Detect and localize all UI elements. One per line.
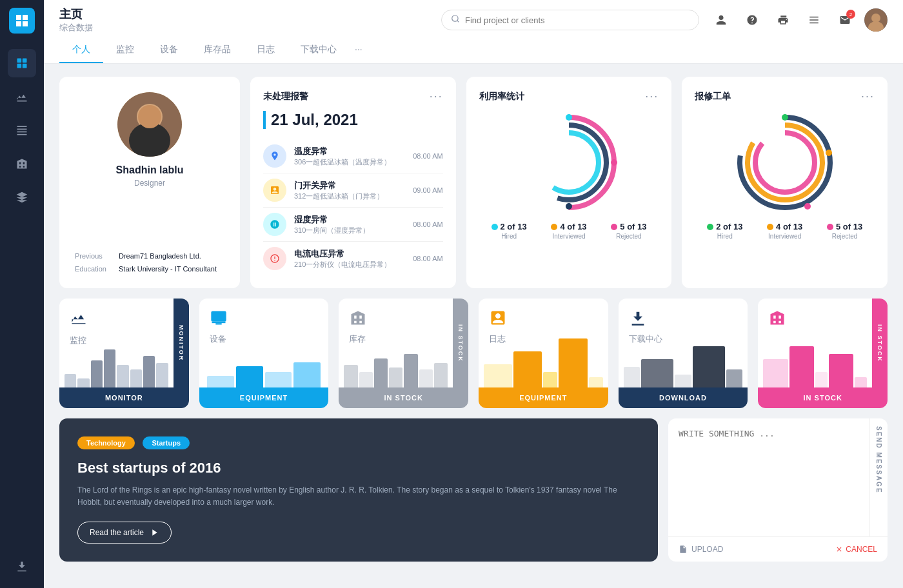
alert-list: 温度异常 306一超低温冰箱（温度异常） 08.00 AM 门开关异常 312一… xyxy=(263,139,443,275)
message-actions: UPLOAD CANCEL xyxy=(668,536,888,562)
log-icon xyxy=(489,309,507,329)
mini-card-instock2[interactable]: IN STOCK IN STOCK xyxy=(758,299,888,408)
tag-startups: Startups xyxy=(143,436,190,449)
repair-menu[interactable]: ··· xyxy=(861,90,875,103)
monitor-icon xyxy=(70,309,88,331)
search-bar[interactable] xyxy=(441,10,699,30)
svg-rect-6 xyxy=(17,129,27,130)
repair-legend-hired: 2 of 13 Hired xyxy=(707,222,742,240)
rejected-label: Rejected xyxy=(616,233,641,240)
svg-rect-36 xyxy=(215,323,221,324)
equipment-label: 设备 xyxy=(210,333,226,345)
sidebar-item-dashboard[interactable] xyxy=(8,49,36,77)
alert-item: 门开关异常 312一超低温冰箱（门异常） 09.00 AM xyxy=(263,173,443,208)
tab-equipment[interactable]: 设备 xyxy=(147,37,191,63)
svg-rect-8 xyxy=(17,134,27,135)
app-logo[interactable] xyxy=(9,8,35,34)
repair-interviewed-dot xyxy=(767,224,773,230)
mini-card-download[interactable]: 下载中心 DOWNLOAD xyxy=(619,299,748,408)
upload-button[interactable]: UPLOAD xyxy=(679,545,723,554)
search-input[interactable] xyxy=(465,15,690,25)
svg-rect-2 xyxy=(17,64,22,68)
message-input-area[interactable] xyxy=(668,418,869,536)
tab-monitor[interactable]: 监控 xyxy=(103,37,147,63)
sidebar-item-building[interactable] xyxy=(8,150,36,178)
svg-rect-4 xyxy=(17,101,27,102)
svg-rect-1 xyxy=(23,59,27,63)
download-footer: DOWNLOAD xyxy=(619,387,748,408)
help-icon-btn[interactable] xyxy=(740,8,764,32)
article-tags: Technology Startups xyxy=(77,436,640,460)
nav-tabs: 个人 监控 设备 库存品 日志 下载中心 ··· xyxy=(59,37,888,63)
utilization-menu[interactable]: ··· xyxy=(645,90,659,103)
utilization-chart xyxy=(479,111,659,214)
mini-card-monitor[interactable]: MONITOR 监控 MONITOR xyxy=(59,299,189,408)
sidebar-item-analytics[interactable] xyxy=(8,83,36,111)
instock-footer: IN STOCK xyxy=(339,387,468,408)
profile-avatar xyxy=(117,92,182,157)
profile-card: Shadhin lablu Designer Previous Dream71 … xyxy=(59,77,240,288)
alerts-card: 未处理报警 ··· 21 Jul, 2021 温度异常 306一超低温冰箱（温度… xyxy=(250,77,456,288)
hired-label: Hired xyxy=(501,233,517,240)
monitor-footer: MONITOR xyxy=(59,387,189,408)
user-avatar[interactable] xyxy=(864,8,888,32)
sidebar-item-list[interactable] xyxy=(8,116,36,144)
svg-point-22 xyxy=(531,125,606,200)
print-icon-btn[interactable] xyxy=(771,8,795,32)
tab-log[interactable]: 日志 xyxy=(244,37,288,63)
education-label: Education xyxy=(75,265,114,273)
legend-interviewed: 4 of 13 Interviewed xyxy=(551,222,586,240)
education-value: Stark University - IT Consultant xyxy=(119,265,217,273)
svg-line-10 xyxy=(457,21,459,23)
interviewed-label: Interviewed xyxy=(552,233,585,240)
svg-point-25 xyxy=(611,159,617,166)
list-icon-btn[interactable] xyxy=(802,8,826,32)
utilization-legend: 2 of 13 Hired 4 of 13 Interviewed xyxy=(479,222,659,240)
tab-personal[interactable]: 个人 xyxy=(59,37,103,63)
hired-count: 2 of 13 xyxy=(501,222,527,231)
read-article-button[interactable]: Read the article xyxy=(77,522,172,544)
log-footer: EQUIPMENT xyxy=(479,387,608,408)
svg-rect-7 xyxy=(17,132,27,133)
mini-card-equipment[interactable]: 设备 EQUIPMENT xyxy=(199,299,329,408)
mini-card-instock[interactable]: IN STOCK 库存 IN STOCK xyxy=(339,299,468,408)
tab-more[interactable]: ··· xyxy=(350,37,368,63)
svg-rect-35 xyxy=(212,322,225,323)
cancel-label: CANCEL xyxy=(846,545,877,554)
repair-legend-interviewed: 4 of 13 Interviewed xyxy=(767,222,802,240)
mini-card-log[interactable]: 日志 EQUIPMENT xyxy=(479,299,608,408)
alert-icon-3 xyxy=(263,247,286,270)
previous-value: Dream71 Bangladesh Ltd. xyxy=(119,252,201,260)
mail-icon-btn[interactable]: 2 xyxy=(833,8,857,32)
rejected-dot xyxy=(611,224,617,230)
svg-point-28 xyxy=(748,125,822,200)
tab-download[interactable]: 下载中心 xyxy=(288,37,350,63)
utilization-card: 利用率统计 ··· xyxy=(466,77,672,288)
alert-name-1: 门开关异常 xyxy=(294,180,405,191)
repair-legend-rejected: 5 of 13 Rejected xyxy=(827,222,862,240)
alerts-menu[interactable]: ··· xyxy=(430,90,443,103)
instock2-icon xyxy=(768,309,786,329)
sidebar-item-download[interactable] xyxy=(8,552,36,580)
tab-inventory[interactable]: 库存品 xyxy=(191,37,244,63)
svg-point-30 xyxy=(782,114,788,121)
repair-rejected-label: Rejected xyxy=(832,233,857,240)
legend-rejected: 5 of 13 Rejected xyxy=(611,222,646,240)
user-icon-btn[interactable] xyxy=(710,8,733,32)
alert-desc-1: 312一超低温冰箱（门异常） xyxy=(294,191,405,201)
sidebar-item-box[interactable] xyxy=(8,183,36,211)
page-subtitle: 综合数据 xyxy=(59,22,93,34)
svg-point-9 xyxy=(452,15,458,21)
repair-rejected-dot xyxy=(827,224,833,230)
message-textarea[interactable] xyxy=(679,429,859,526)
rejected-count: 5 of 13 xyxy=(620,222,646,231)
sidebar xyxy=(0,0,44,588)
content-area: Shadhin lablu Designer Previous Dream71 … xyxy=(44,64,903,588)
utilization-title: 利用率统计 xyxy=(479,91,524,103)
alert-name-2: 湿度异常 xyxy=(294,214,405,226)
equipment-footer: EQUIPMENT xyxy=(199,387,329,408)
message-card: SEND MESSAGE UPLOAD CANCEL xyxy=(668,418,888,562)
cancel-button[interactable]: CANCEL xyxy=(835,545,877,554)
alert-name-0: 温度异常 xyxy=(294,146,405,157)
alert-icon-1 xyxy=(263,179,286,202)
